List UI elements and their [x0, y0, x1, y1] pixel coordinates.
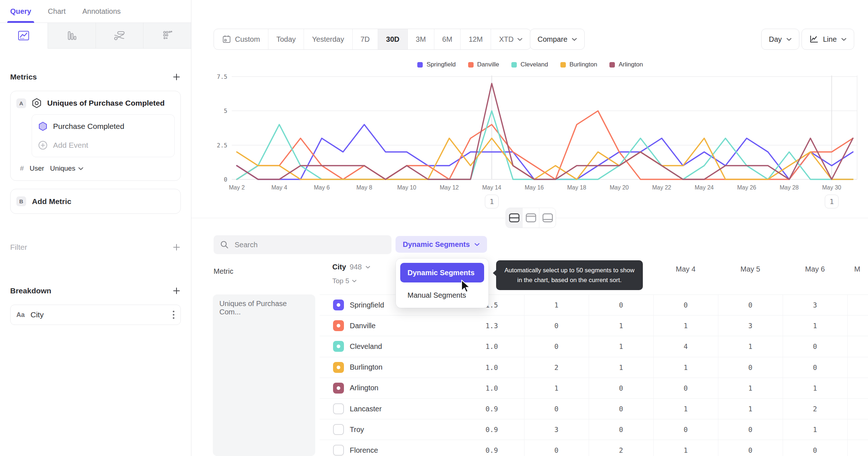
table-row[interactable]: Danville1.301131 [320, 315, 868, 336]
layout-table-bottom-button[interactable] [539, 208, 556, 228]
segment-checkbox[interactable] [333, 341, 344, 352]
table-row[interactable]: Florence0.902100 [320, 440, 868, 456]
menu-item-dynamic-segments[interactable]: Dynamic Segments [400, 263, 484, 282]
range-yesterday[interactable]: Yesterday [304, 29, 352, 49]
range-today[interactable]: Today [268, 29, 304, 49]
add-metric-label: Add Metric [32, 197, 72, 206]
svg-text:May 20: May 20 [610, 184, 629, 191]
segment-search[interactable] [214, 235, 392, 254]
value-cell: 1 [718, 342, 783, 350]
legend-swatch [560, 62, 566, 68]
value-cell: 1 [653, 363, 718, 371]
column-divider [589, 294, 589, 456]
value-cell: 0 [589, 384, 653, 392]
series-line-burlington [237, 138, 853, 179]
segment-checkbox[interactable] [333, 403, 344, 414]
tab-line-chart-type[interactable] [0, 23, 48, 49]
city-label: Troy [350, 426, 364, 434]
table-row[interactable]: Cleveland1.001410 [320, 336, 868, 357]
segment-checkbox[interactable] [333, 300, 344, 310]
tab-query[interactable]: Query [10, 0, 31, 23]
layout-chart-top-button[interactable] [523, 208, 539, 228]
table-row[interactable]: Arlington1.010011 [320, 378, 868, 398]
segment-checkbox[interactable] [333, 362, 344, 373]
legend-item[interactable]: Burlington [560, 61, 597, 68]
svg-text:May 30: May 30 [822, 184, 841, 191]
value-cell: 0 [718, 426, 783, 433]
legend-swatch [468, 62, 474, 68]
compare-button[interactable]: Compare [530, 29, 585, 50]
table-row[interactable]: Burlington1.021100 [320, 357, 868, 378]
value-cell: 1 [653, 405, 718, 413]
breakdown-city-item[interactable]: Aa City [10, 305, 181, 325]
segment-checkbox[interactable] [333, 424, 344, 435]
value-cell: 0 [718, 301, 783, 309]
hash-icon: # [20, 164, 24, 172]
tab-scatter-chart-type[interactable] [143, 23, 191, 49]
flow-icon [113, 30, 126, 41]
tab-bar-chart-type[interactable] [48, 23, 96, 49]
chevron-down-icon [474, 243, 480, 246]
segment-checkbox[interactable] [333, 445, 344, 456]
add-metric-plus-button[interactable] [172, 73, 181, 81]
measure-selector[interactable]: # User Uniques [20, 164, 175, 172]
chart-top-icon [525, 213, 537, 223]
table-row[interactable]: Lancaster0.900112 [320, 398, 868, 419]
measure-type-label: Uniques [50, 164, 76, 172]
column-header-may-4[interactable]: May 4 [653, 265, 718, 273]
legend-item[interactable]: Danville [468, 61, 499, 68]
legend-item[interactable]: Arlington [609, 61, 643, 68]
value-cell: 1 [783, 426, 847, 433]
line-chart-icon [17, 30, 30, 41]
segment-checkbox[interactable] [333, 383, 344, 394]
annotation-badge[interactable]: 1 [485, 195, 499, 208]
segment-checkbox[interactable] [333, 320, 344, 331]
value-cell: 1 [589, 322, 653, 330]
city-group-name: City [332, 263, 346, 271]
add-event-button[interactable]: Add Event [38, 136, 169, 155]
column-divider [524, 294, 524, 456]
tab-chart[interactable]: Chart [48, 0, 66, 23]
kebab-menu-icon[interactable] [173, 310, 175, 319]
svg-text:May 22: May 22 [652, 184, 672, 191]
range-custom[interactable]: Custom [214, 29, 268, 49]
value-cell: 2 [524, 363, 589, 371]
metrics-section-title: Metrics [10, 73, 37, 81]
tab-annotations[interactable]: Annotations [82, 0, 121, 23]
range-xtd[interactable]: XTD [491, 29, 531, 49]
event-purchase-completed[interactable]: Purchase Completed [38, 117, 169, 136]
value-cell: 0 [783, 446, 847, 454]
metric-a-title[interactable]: Uniques of Purchase Completed [47, 99, 165, 107]
legend-item[interactable]: Springfield [417, 61, 455, 68]
search-input[interactable] [234, 240, 385, 249]
column-header-may-6[interactable]: May 6 [783, 265, 847, 273]
legend-label: Springfield [426, 61, 455, 68]
column-header-m[interactable]: M [854, 265, 868, 273]
range-12m[interactable]: 12M [461, 29, 491, 49]
segments-mode-menu: Dynamic SegmentsManual Segments [396, 258, 488, 308]
value-cell: 0 [653, 426, 718, 433]
event-list-card: Purchase Completed Add Event [32, 114, 175, 157]
metric-b-card[interactable]: B Add Metric [10, 189, 181, 214]
city-label: Cleveland [350, 342, 382, 351]
segments-mode-dropdown[interactable]: Dynamic Segments [396, 236, 487, 253]
range-3m[interactable]: 3M [408, 29, 434, 49]
annotation-badge[interactable]: 1 [825, 195, 839, 208]
table-row[interactable]: Troy0.930001 [320, 419, 868, 440]
column-header-may-5[interactable]: May 5 [718, 265, 783, 273]
layout-split-button[interactable] [506, 208, 523, 228]
chart-style-button[interactable]: Line [802, 29, 854, 50]
calendar-icon [222, 34, 231, 44]
legend-item[interactable]: Cleveland [511, 61, 548, 68]
top-n-dropdown[interactable]: Top 5 [332, 277, 370, 285]
range-30d[interactable]: 30D [378, 29, 408, 49]
range-6m[interactable]: 6M [434, 29, 461, 49]
add-filter-plus-button[interactable] [172, 243, 181, 252]
city-group-dropdown[interactable]: City 948 [332, 263, 370, 271]
menu-item-manual-segments[interactable]: Manual Segments [400, 287, 484, 304]
add-breakdown-plus-button[interactable] [172, 286, 181, 295]
tab-flow-chart-type[interactable] [96, 23, 144, 49]
range-7d[interactable]: 7D [353, 29, 378, 49]
granularity-button[interactable]: Day [761, 29, 799, 50]
metric-row-label: Uniques of Purchase Com... [213, 294, 315, 456]
